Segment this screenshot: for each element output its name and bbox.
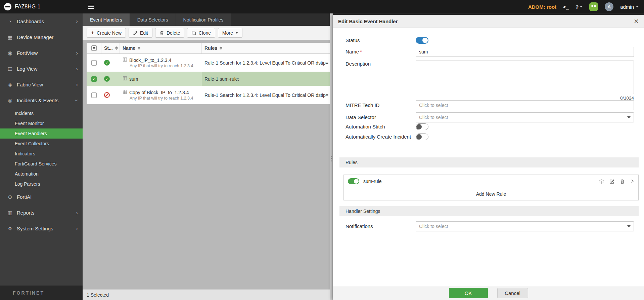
sidebar-item-incidents[interactable]: Incidents — [0, 108, 83, 118]
edit-rule-icon[interactable] — [609, 179, 614, 184]
panel-footer: OK Cancel — [333, 286, 644, 300]
section-title: Handler Settings — [346, 209, 380, 214]
handler-name[interactable]: Copy of Block_IP_to_1.2.3.4 — [129, 90, 189, 95]
chevron-down-icon — [627, 225, 631, 227]
button-label: Edit — [140, 30, 148, 36]
button-label: Delete — [167, 30, 180, 36]
required-asterisk: * — [360, 49, 362, 54]
sidebar-item-label: Fabric View — [17, 82, 43, 87]
sidebar-item-label: Log View — [17, 66, 37, 72]
sidebar-item-dashboards[interactable]: ◔ Dashboards › — [0, 13, 83, 29]
column-header-name[interactable]: Name — [120, 43, 202, 53]
more-button[interactable]: More — [218, 28, 242, 38]
ok-button[interactable]: OK — [449, 288, 488, 298]
button-label: More — [222, 30, 233, 36]
chevron-right-icon: › — [76, 66, 78, 72]
sidebar-item-log-view[interactable]: ▤ Log View › — [0, 61, 83, 77]
column-header-status[interactable]: St... — [101, 43, 120, 53]
delete-button[interactable]: Delete — [155, 28, 184, 38]
sidebar-item-fortiview[interactable]: ◉ FortiView › — [0, 45, 83, 61]
help-menu[interactable]: ? — [576, 4, 583, 10]
hamburger-menu-icon[interactable] — [88, 5, 94, 9]
clone-button[interactable]: Clone — [187, 28, 215, 38]
button-label: Clone — [198, 30, 211, 36]
splitter-grip-icon[interactable] — [331, 156, 332, 161]
avatar[interactable]: A — [605, 2, 613, 11]
tab-data-selectors[interactable]: Data Selectors — [130, 13, 176, 26]
sort-icon[interactable] — [115, 46, 118, 50]
auto-create-incident-label: Automatically Create Incident — [346, 134, 416, 140]
description-textarea[interactable] — [416, 61, 634, 94]
tab-event-handlers[interactable]: Event Handlers — [83, 13, 130, 26]
fortiview-icon: ◉ — [7, 50, 13, 56]
cli-console-icon[interactable]: >_ — [563, 4, 569, 9]
sidebar-item-automation[interactable]: Automation — [0, 169, 83, 179]
handler-description: Any IP that will try to reach 1.2.3.4 — [123, 64, 193, 68]
panel-splitter[interactable] — [330, 13, 333, 300]
sidebar-item-event-collectors[interactable]: Event Collectors — [0, 139, 83, 149]
brand: FAZ8HG-1 — [0, 3, 83, 10]
section-title: Rules — [346, 160, 358, 165]
row-checkbox[interactable]: ✓ — [91, 92, 97, 98]
add-new-rule-button[interactable]: Add New Rule — [343, 188, 639, 200]
notifications-dropdown[interactable]: Click to select — [416, 221, 634, 231]
sidebar-item-indicators[interactable]: Indicators — [0, 149, 83, 159]
name-input[interactable] — [416, 47, 634, 57]
handler-settings-header: Handler Settings — [339, 206, 639, 216]
handler-name[interactable]: Block_IP_to_1.2.3.4 — [129, 58, 171, 63]
column-label: St... — [104, 45, 113, 51]
rule-toggle[interactable] — [348, 178, 359, 184]
handler-icon — [123, 89, 127, 95]
sidebar-item-fabric-view[interactable]: ◈ Fabric View › — [0, 77, 83, 92]
fortiai-owl-icon: ⊙ — [7, 194, 13, 200]
sort-icon[interactable] — [138, 46, 140, 50]
sidebar-item-label: Device Manager — [17, 34, 53, 40]
description-counter: 0/1024 — [620, 96, 634, 101]
sidebar-subitem-label: Event Monitor — [15, 121, 44, 126]
sidebar-item-event-monitor[interactable]: Event Monitor — [0, 118, 83, 128]
row-checkbox[interactable]: ✓ — [91, 60, 97, 66]
button-label: Create New — [97, 30, 122, 36]
close-icon[interactable]: × — [634, 17, 639, 25]
status-toggle[interactable] — [416, 37, 428, 44]
mitre-tech-id-input[interactable] — [416, 100, 634, 110]
sidebar-item-event-handlers[interactable]: Event Handlers — [0, 128, 83, 139]
dashboards-icon: ◔ — [7, 18, 13, 24]
status-enabled-icon: ✓ — [104, 76, 110, 82]
chevron-right-icon[interactable] — [630, 179, 634, 183]
sidebar-item-incidents-events[interactable]: ◎ Incidents & Events › — [0, 92, 83, 108]
edit-button[interactable]: Edit — [129, 28, 152, 38]
sidebar-item-fortiai[interactable]: ⊙ FortiAI — [0, 189, 83, 205]
cancel-button[interactable]: Cancel — [497, 288, 528, 298]
row-checkbox[interactable]: ✓ — [91, 76, 97, 82]
trash-icon — [159, 31, 164, 35]
sidebar-item-device-manager[interactable]: ▦ Device Manager — [0, 29, 83, 45]
dropdown-placeholder: Click to select — [419, 224, 448, 229]
data-selector-dropdown[interactable]: Click to select — [416, 112, 634, 122]
handler-icon — [123, 57, 127, 63]
sidebar-subitem-label: Log Parsers — [15, 181, 40, 187]
select-all-header[interactable] — [87, 43, 101, 53]
automation-stitch-toggle[interactable] — [416, 123, 428, 130]
reports-icon: ▥ — [7, 210, 13, 216]
sidebar-item-reports[interactable]: ▥ Reports › — [0, 205, 83, 221]
sidebar-subitem-label: Event Handlers — [15, 131, 47, 136]
rule-row[interactable]: sum-rule — [343, 175, 639, 188]
chevron-down-icon: › — [74, 100, 80, 102]
adom-badge[interactable]: ADOM: root — [528, 4, 556, 10]
tab-notification-profiles[interactable]: Notification Profiles — [176, 13, 231, 26]
layers-icon[interactable] — [599, 179, 604, 184]
sidebar-item-fortiguard-services[interactable]: FortiGuard Services — [0, 159, 83, 169]
sort-icon[interactable] — [220, 46, 222, 50]
handler-name[interactable]: sum — [129, 76, 138, 82]
delete-rule-icon[interactable] — [620, 179, 625, 184]
user-menu[interactable]: admin — [620, 4, 639, 10]
create-new-button[interactable]: + Create New — [87, 28, 126, 38]
sidebar-subitem-label: Event Collectors — [15, 141, 49, 146]
auto-create-incident-toggle[interactable] — [416, 134, 428, 140]
sidebar-item-system-settings[interactable]: ⚙ System Settings › — [0, 221, 83, 236]
device-manager-icon: ▦ — [7, 34, 13, 40]
fortiai-icon[interactable] — [589, 2, 598, 11]
select-all-checkbox[interactable] — [91, 45, 97, 51]
sidebar-item-log-parsers[interactable]: Log Parsers — [0, 179, 83, 189]
